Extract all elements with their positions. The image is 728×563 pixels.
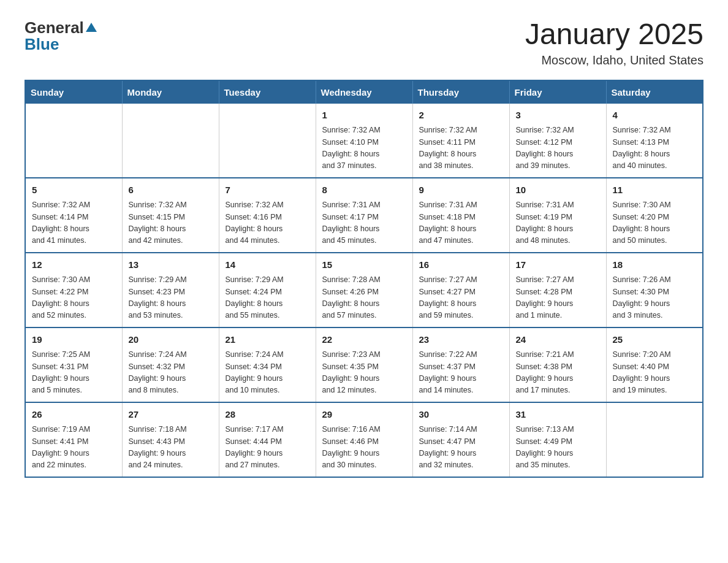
calendar-cell: 9Sunrise: 7:31 AM Sunset: 4:18 PM Daylig… [412,178,509,253]
day-info: Sunrise: 7:31 AM Sunset: 4:19 PM Dayligh… [516,199,600,247]
calendar-cell: 15Sunrise: 7:28 AM Sunset: 4:26 PM Dayli… [316,253,412,327]
day-number: 2 [419,109,503,123]
day-number: 24 [516,333,600,347]
day-info: Sunrise: 7:31 AM Sunset: 4:17 PM Dayligh… [322,199,406,247]
calendar-day-header: Tuesday [219,80,316,104]
day-number: 30 [419,408,503,422]
day-number: 28 [226,408,309,422]
calendar-cell: 31Sunrise: 7:13 AM Sunset: 4:49 PM Dayli… [509,402,606,477]
calendar-cell: 21Sunrise: 7:24 AM Sunset: 4:34 PM Dayli… [219,327,316,402]
calendar-cell: 1Sunrise: 7:32 AM Sunset: 4:10 PM Daylig… [316,104,412,178]
calendar-day-header: Monday [122,80,219,104]
calendar-day-header: Wednesday [316,80,412,104]
day-info: Sunrise: 7:32 AM Sunset: 4:12 PM Dayligh… [516,124,600,172]
day-info: Sunrise: 7:32 AM Sunset: 4:16 PM Dayligh… [226,199,309,247]
day-info: Sunrise: 7:17 AM Sunset: 4:44 PM Dayligh… [226,424,309,472]
day-info: Sunrise: 7:32 AM Sunset: 4:13 PM Dayligh… [613,124,697,172]
day-number: 11 [613,183,697,197]
day-number: 14 [226,258,309,272]
calendar-cell [606,402,703,477]
day-info: Sunrise: 7:14 AM Sunset: 4:47 PM Dayligh… [419,424,503,472]
calendar-day-header: Friday [509,80,606,104]
page-header: General Blue January 2025 Moscow, Idaho,… [25,18,703,67]
day-number: 7 [226,183,309,197]
calendar-cell: 3Sunrise: 7:32 AM Sunset: 4:12 PM Daylig… [509,104,606,178]
calendar-cell: 20Sunrise: 7:24 AM Sunset: 4:32 PM Dayli… [122,327,219,402]
calendar-cell: 27Sunrise: 7:18 AM Sunset: 4:43 PM Dayli… [122,402,219,477]
calendar-week-row: 19Sunrise: 7:25 AM Sunset: 4:31 PM Dayli… [25,327,703,402]
day-number: 3 [516,109,600,123]
day-info: Sunrise: 7:25 AM Sunset: 4:31 PM Dayligh… [32,349,116,397]
day-number: 21 [226,333,309,347]
logo-blue-text: Blue [25,35,59,54]
calendar-day-header: Saturday [606,80,703,104]
day-number: 1 [322,109,406,123]
calendar-cell: 18Sunrise: 7:26 AM Sunset: 4:30 PM Dayli… [606,253,703,327]
day-info: Sunrise: 7:27 AM Sunset: 4:28 PM Dayligh… [516,274,600,322]
day-info: Sunrise: 7:16 AM Sunset: 4:46 PM Dayligh… [322,424,406,472]
calendar-cell: 26Sunrise: 7:19 AM Sunset: 4:41 PM Dayli… [25,402,122,477]
calendar-header-row: SundayMondayTuesdayWednesdayThursdayFrid… [25,80,703,104]
day-info: Sunrise: 7:24 AM Sunset: 4:32 PM Dayligh… [129,349,213,397]
month-title: January 2025 [525,18,703,51]
day-info: Sunrise: 7:29 AM Sunset: 4:24 PM Dayligh… [226,274,309,322]
day-number: 22 [322,333,406,347]
calendar-table: SundayMondayTuesdayWednesdayThursdayFrid… [25,80,703,478]
calendar-cell: 22Sunrise: 7:23 AM Sunset: 4:35 PM Dayli… [316,327,412,402]
day-number: 27 [129,408,213,422]
day-info: Sunrise: 7:32 AM Sunset: 4:11 PM Dayligh… [419,124,503,172]
calendar-cell [25,104,122,178]
calendar-day-header: Sunday [25,80,122,104]
calendar-cell: 6Sunrise: 7:32 AM Sunset: 4:15 PM Daylig… [122,178,219,253]
calendar-cell [122,104,219,178]
calendar-cell: 17Sunrise: 7:27 AM Sunset: 4:28 PM Dayli… [509,253,606,327]
day-info: Sunrise: 7:19 AM Sunset: 4:41 PM Dayligh… [32,424,116,472]
day-number: 10 [516,183,600,197]
calendar-week-row: 5Sunrise: 7:32 AM Sunset: 4:14 PM Daylig… [25,178,703,253]
day-info: Sunrise: 7:22 AM Sunset: 4:37 PM Dayligh… [419,349,503,397]
day-info: Sunrise: 7:32 AM Sunset: 4:14 PM Dayligh… [32,199,116,247]
calendar-week-row: 26Sunrise: 7:19 AM Sunset: 4:41 PM Dayli… [25,402,703,477]
day-info: Sunrise: 7:20 AM Sunset: 4:40 PM Dayligh… [613,349,697,397]
calendar-cell: 13Sunrise: 7:29 AM Sunset: 4:23 PM Dayli… [122,253,219,327]
day-info: Sunrise: 7:30 AM Sunset: 4:20 PM Dayligh… [613,199,697,247]
calendar-cell: 12Sunrise: 7:30 AM Sunset: 4:22 PM Dayli… [25,253,122,327]
day-number: 15 [322,258,406,272]
day-number: 12 [32,258,116,272]
day-number: 25 [613,333,697,347]
day-number: 20 [129,333,213,347]
logo-triangle-icon [86,23,97,32]
calendar-cell: 29Sunrise: 7:16 AM Sunset: 4:46 PM Dayli… [316,402,412,477]
day-number: 5 [32,183,116,197]
calendar-cell: 11Sunrise: 7:30 AM Sunset: 4:20 PM Dayli… [606,178,703,253]
calendar-cell: 14Sunrise: 7:29 AM Sunset: 4:24 PM Dayli… [219,253,316,327]
calendar-cell [219,104,316,178]
day-number: 17 [516,258,600,272]
day-info: Sunrise: 7:24 AM Sunset: 4:34 PM Dayligh… [226,349,309,397]
calendar-cell: 24Sunrise: 7:21 AM Sunset: 4:38 PM Dayli… [509,327,606,402]
day-info: Sunrise: 7:29 AM Sunset: 4:23 PM Dayligh… [129,274,213,322]
location: Moscow, Idaho, United States [525,53,703,67]
calendar-cell: 8Sunrise: 7:31 AM Sunset: 4:17 PM Daylig… [316,178,412,253]
day-number: 26 [32,408,116,422]
day-info: Sunrise: 7:27 AM Sunset: 4:27 PM Dayligh… [419,274,503,322]
day-number: 16 [419,258,503,272]
day-info: Sunrise: 7:23 AM Sunset: 4:35 PM Dayligh… [322,349,406,397]
day-number: 23 [419,333,503,347]
day-info: Sunrise: 7:26 AM Sunset: 4:30 PM Dayligh… [613,274,697,322]
calendar-day-header: Thursday [412,80,509,104]
calendar-cell: 23Sunrise: 7:22 AM Sunset: 4:37 PM Dayli… [412,327,509,402]
day-number: 9 [419,183,503,197]
day-info: Sunrise: 7:28 AM Sunset: 4:26 PM Dayligh… [322,274,406,322]
day-info: Sunrise: 7:32 AM Sunset: 4:10 PM Dayligh… [322,124,406,172]
calendar-cell: 2Sunrise: 7:32 AM Sunset: 4:11 PM Daylig… [412,104,509,178]
calendar-cell: 25Sunrise: 7:20 AM Sunset: 4:40 PM Dayli… [606,327,703,402]
day-info: Sunrise: 7:30 AM Sunset: 4:22 PM Dayligh… [32,274,116,322]
day-number: 19 [32,333,116,347]
calendar-cell: 7Sunrise: 7:32 AM Sunset: 4:16 PM Daylig… [219,178,316,253]
calendar-cell: 19Sunrise: 7:25 AM Sunset: 4:31 PM Dayli… [25,327,122,402]
logo: General Blue [25,18,97,54]
day-info: Sunrise: 7:13 AM Sunset: 4:49 PM Dayligh… [516,424,600,472]
day-number: 4 [613,109,697,123]
day-number: 13 [129,258,213,272]
